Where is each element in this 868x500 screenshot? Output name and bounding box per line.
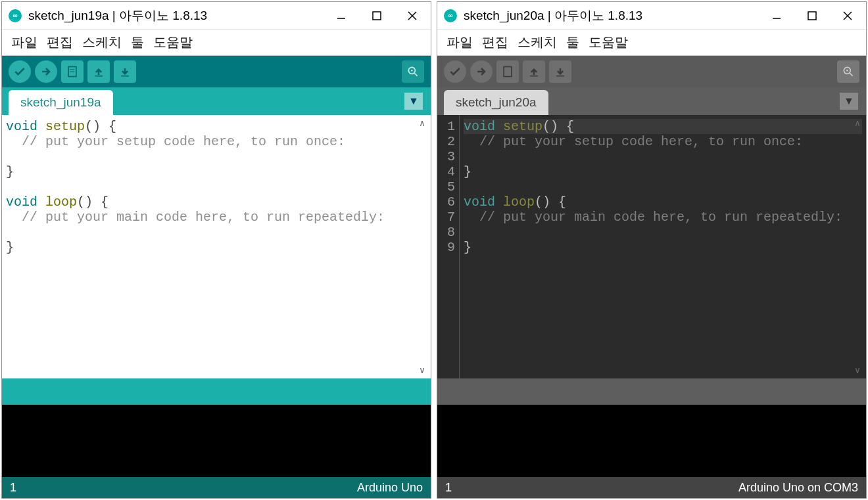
menu-help[interactable]: 도움말	[589, 34, 628, 51]
maximize-button[interactable]	[369, 8, 385, 24]
arduino-app-icon: ∞	[444, 9, 457, 22]
console[interactable]	[437, 405, 866, 477]
scroll-up-icon[interactable]: ∧	[416, 118, 428, 129]
window-title: sketch_jun19a | 아두이노 1.8.13	[28, 7, 207, 24]
message-strip	[437, 378, 866, 405]
save-button[interactable]	[549, 60, 571, 83]
sketch-tab[interactable]: sketch_jun20a	[444, 90, 548, 115]
tab-bar: sketch_jun20a ▼	[437, 87, 866, 115]
sketch-tab[interactable]: sketch_jun19a	[9, 90, 113, 115]
open-button[interactable]	[523, 60, 545, 83]
window-title: sketch_jun20a | 아두이노 1.8.13	[464, 7, 642, 24]
menu-file[interactable]: 파일	[11, 34, 37, 51]
line-gutter: 123456789	[437, 115, 460, 378]
new-button[interactable]	[61, 60, 84, 83]
svg-point-11	[411, 70, 413, 72]
open-button[interactable]	[87, 60, 110, 83]
menu-tools[interactable]: 툴	[566, 34, 579, 51]
svg-rect-1	[373, 12, 381, 20]
menu-edit[interactable]: 편집	[47, 34, 73, 51]
svg-point-21	[846, 70, 848, 72]
titlebar[interactable]: ∞ sketch_jun20a | 아두이노 1.8.13	[437, 2, 866, 30]
verify-button[interactable]	[444, 60, 466, 83]
menu-sketch[interactable]: 스케치	[518, 34, 557, 51]
message-strip	[2, 378, 431, 405]
status-board: Arduino Uno on COM3	[738, 481, 858, 495]
upload-button[interactable]	[470, 60, 493, 83]
code-area[interactable]: void setup() { // put your setup code he…	[2, 115, 431, 378]
tab-bar: sketch_jun19a ▼	[2, 87, 431, 115]
verify-button[interactable]	[9, 60, 31, 83]
minimize-button[interactable]	[333, 8, 349, 24]
scroll-up-icon[interactable]: ∧	[852, 118, 863, 129]
scroll-down-icon[interactable]: ∨	[416, 365, 428, 376]
svg-line-10	[415, 74, 418, 76]
new-button[interactable]	[496, 60, 519, 83]
arduino-window-light: ∞ sketch_jun19a | 아두이노 1.8.13 파일 편집 스케치 …	[1, 1, 431, 499]
tab-dropdown-button[interactable]: ▼	[840, 93, 858, 110]
menu-sketch[interactable]: 스케치	[82, 34, 122, 51]
maximize-button[interactable]	[804, 8, 820, 24]
console[interactable]	[2, 405, 431, 477]
status-line-number: 1	[10, 481, 16, 495]
svg-line-20	[850, 74, 853, 76]
close-button[interactable]	[404, 8, 420, 24]
status-bar: 1 Arduino Uno	[2, 477, 431, 498]
save-button[interactable]	[114, 60, 136, 83]
menubar: 파일 편집 스케치 툴 도움말	[2, 30, 431, 56]
toolbar	[2, 56, 431, 87]
code-area[interactable]: void setup() { // put your setup code he…	[460, 115, 866, 378]
scroll-down-icon[interactable]: ∨	[852, 365, 863, 376]
tab-dropdown-button[interactable]: ▼	[404, 93, 423, 110]
toolbar	[437, 56, 866, 87]
menu-edit[interactable]: 편집	[482, 34, 508, 51]
status-line-number: 1	[445, 481, 452, 495]
menu-file[interactable]: 파일	[446, 34, 473, 51]
arduino-app-icon: ∞	[9, 9, 22, 22]
svg-rect-13	[808, 12, 816, 20]
editor[interactable]: void setup() { // put your setup code he…	[2, 115, 431, 378]
editor[interactable]: 123456789 void setup() { // put your set…	[437, 115, 866, 378]
serial-monitor-button[interactable]	[837, 60, 859, 83]
status-bar: 1 Arduino Uno on COM3	[437, 477, 866, 498]
upload-button[interactable]	[35, 60, 57, 83]
menubar: 파일 편집 스케치 툴 도움말	[437, 30, 866, 56]
menu-help[interactable]: 도움말	[153, 34, 193, 51]
menu-tools[interactable]: 툴	[131, 34, 144, 51]
titlebar[interactable]: ∞ sketch_jun19a | 아두이노 1.8.13	[2, 2, 431, 30]
minimize-button[interactable]	[769, 8, 784, 24]
arduino-window-dark: ∞ sketch_jun20a | 아두이노 1.8.13 파일 편집 스케치 …	[437, 1, 867, 499]
serial-monitor-button[interactable]	[402, 60, 424, 83]
close-button[interactable]	[840, 8, 856, 24]
status-board: Arduino Uno	[357, 481, 423, 495]
svg-rect-16	[504, 67, 512, 77]
